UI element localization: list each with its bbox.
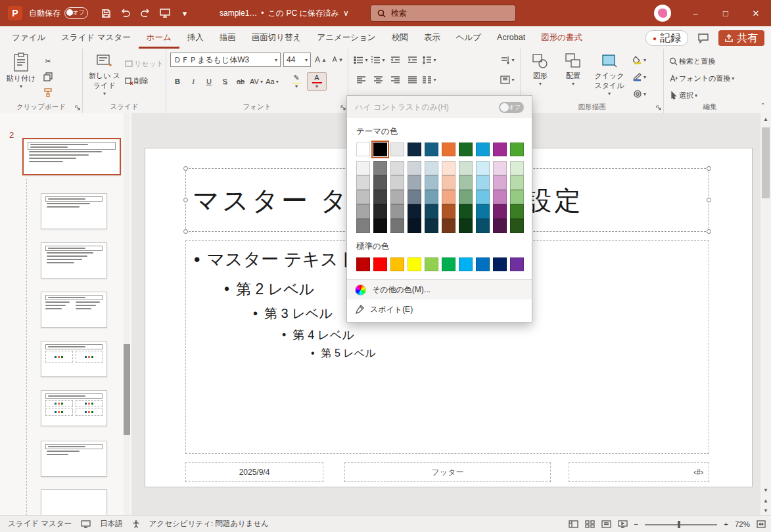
undo-icon[interactable]: [117, 5, 134, 21]
font-dialog-launcher-icon[interactable]: [340, 105, 346, 110]
reading-view-icon[interactable]: [601, 520, 611, 528]
line-spacing-button[interactable]: ▾: [422, 53, 436, 67]
color-variant-swatch[interactable]: [390, 190, 404, 204]
color-variant-swatch[interactable]: [459, 204, 473, 219]
resize-handle[interactable]: [183, 166, 188, 171]
arrange-button[interactable]: 配置 ▾: [559, 53, 588, 86]
color-variant-swatch[interactable]: [493, 161, 507, 175]
paste-button[interactable]: 貼り付け ▾: [5, 53, 37, 89]
text-direction-button[interactable]: ▾: [500, 53, 515, 67]
color-variant-swatch[interactable]: [476, 190, 490, 204]
shape-fill-button[interactable]: ▾: [632, 53, 647, 67]
color-swatch[interactable]: [408, 257, 421, 271]
color-variant-swatch[interactable]: [390, 204, 404, 219]
color-variant-swatch[interactable]: [356, 219, 370, 233]
font-color-button[interactable]: A▾: [307, 72, 327, 91]
tab-insert[interactable]: 挿入: [179, 26, 212, 49]
next-slide-icon[interactable]: ▼: [760, 508, 771, 514]
italic-button[interactable]: I: [186, 74, 200, 89]
resize-handle[interactable]: [183, 229, 188, 234]
clipboard-dialog-launcher-icon[interactable]: [75, 105, 80, 110]
color-swatch[interactable]: [425, 257, 438, 271]
powerpoint-logo[interactable]: P: [8, 6, 22, 20]
color-variant-swatch[interactable]: [390, 175, 404, 190]
color-variant-swatch[interactable]: [442, 175, 456, 190]
text-shadow-button[interactable]: S: [218, 74, 232, 89]
color-swatch[interactable]: [493, 143, 507, 156]
color-variant-swatch[interactable]: [476, 219, 490, 233]
color-swatch[interactable]: [442, 257, 456, 271]
color-variant-swatch[interactable]: [373, 190, 387, 204]
align-center-button[interactable]: [371, 72, 385, 87]
shapes-button[interactable]: 図形 ▾: [526, 53, 555, 86]
color-swatch[interactable]: [493, 257, 507, 271]
scroll-up-icon[interactable]: ▲: [760, 116, 771, 122]
footer-placeholder[interactable]: フッター: [344, 462, 551, 482]
tab-shape-format[interactable]: 図形の書式: [533, 26, 590, 49]
autosave-switch[interactable]: オフ: [64, 7, 88, 19]
comments-button[interactable]: [695, 31, 712, 45]
color-variant-swatch[interactable]: [408, 204, 421, 219]
color-variant-swatch[interactable]: [510, 190, 524, 204]
new-slide-button[interactable]: 新しい スライド ▾: [87, 53, 122, 96]
color-variant-swatch[interactable]: [493, 175, 507, 190]
columns-button[interactable]: ▾: [422, 72, 436, 87]
layout-thumbnail[interactable]: [41, 292, 107, 328]
layout-thumbnail[interactable]: [41, 341, 107, 377]
increase-indent-button[interactable]: [405, 53, 419, 67]
tab-slide-master[interactable]: スライド マスター: [53, 26, 139, 49]
normal-view-icon[interactable]: [569, 520, 578, 528]
increase-font-size-button[interactable]: A▲: [314, 53, 328, 67]
main-scrollbar-thumb[interactable]: [762, 127, 770, 198]
color-swatch[interactable]: [510, 143, 524, 156]
color-variant-swatch[interactable]: [408, 190, 421, 204]
color-variant-swatch[interactable]: [510, 161, 524, 175]
record-button[interactable]: ● 記録: [645, 30, 688, 46]
tab-view[interactable]: 表示: [416, 26, 448, 49]
color-variant-swatch[interactable]: [476, 175, 490, 190]
color-variant-swatch[interactable]: [356, 204, 370, 219]
color-variant-swatch[interactable]: [493, 190, 507, 204]
decrease-font-size-button[interactable]: A▼: [331, 53, 345, 67]
color-variant-swatch[interactable]: [373, 204, 387, 219]
resize-handle[interactable]: [707, 198, 711, 202]
color-variant-swatch[interactable]: [442, 204, 456, 219]
color-variant-swatch[interactable]: [425, 204, 438, 219]
color-variant-swatch[interactable]: [356, 175, 370, 190]
customize-quick-access-icon[interactable]: ▾: [176, 5, 193, 21]
zoom-percentage[interactable]: 72%: [735, 520, 750, 528]
resize-handle[interactable]: [183, 198, 188, 202]
color-swatch[interactable]: [373, 143, 387, 156]
bullets-button[interactable]: ▾: [354, 53, 368, 67]
layout-thumbnail[interactable]: [41, 441, 107, 477]
slideshow-view-icon[interactable]: [618, 520, 628, 528]
color-variant-swatch[interactable]: [459, 219, 473, 233]
resize-handle[interactable]: [707, 166, 711, 171]
highlight-color-button[interactable]: ✎▾: [287, 73, 306, 90]
high-contrast-toggle[interactable]: オフ: [499, 102, 524, 113]
cut-button[interactable]: ✂: [41, 54, 55, 68]
color-variant-swatch[interactable]: [459, 190, 473, 204]
decrease-indent-button[interactable]: [388, 53, 402, 67]
tab-draw[interactable]: 描画: [212, 26, 244, 49]
accessibility-status[interactable]: アクセシビリティ: 問題ありません: [149, 519, 269, 529]
display-settings-icon[interactable]: [81, 520, 91, 528]
zoom-out-button[interactable]: −: [634, 520, 639, 528]
thumbnail-scrollbar-thumb[interactable]: [124, 344, 130, 435]
color-swatch[interactable]: [459, 257, 473, 271]
collapse-ribbon-button[interactable]: ⌃: [760, 102, 766, 109]
slide-number-placeholder[interactable]: ‹#›: [569, 462, 709, 482]
resize-handle[interactable]: [707, 229, 711, 234]
align-left-button[interactable]: [354, 72, 368, 87]
color-variant-swatch[interactable]: [459, 161, 473, 175]
zoom-slider[interactable]: [645, 520, 717, 529]
drawing-dialog-launcher-icon[interactable]: [656, 105, 661, 110]
quick-styles-button[interactable]: クイック スタイル ▾: [592, 53, 627, 96]
color-swatch[interactable]: [390, 257, 404, 271]
document-title[interactable]: sample1… • この PC に保存済み ∨: [220, 8, 349, 19]
tab-acrobat[interactable]: Acrobat: [489, 26, 533, 49]
color-variant-swatch[interactable]: [510, 219, 524, 233]
layout-thumbnail[interactable]: [41, 193, 107, 229]
reset-button[interactable]: リセット: [125, 56, 164, 71]
color-variant-swatch[interactable]: [442, 219, 456, 233]
